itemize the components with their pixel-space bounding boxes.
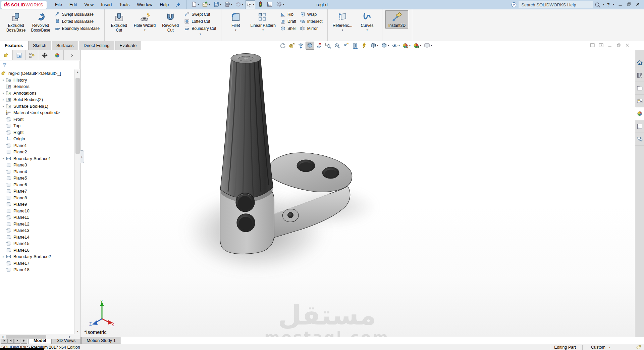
collapse-pane-right-button[interactable] bbox=[599, 43, 604, 48]
qat-undo-button[interactable]: ▾ bbox=[234, 0, 244, 9]
minimize-document-button[interactable] bbox=[607, 43, 612, 48]
headsup-measure-button[interactable] bbox=[287, 42, 296, 50]
tree-horizontal-scrollbar[interactable]: ◀ ▶ bbox=[0, 334, 80, 339]
tab-features[interactable]: Features bbox=[0, 41, 28, 50]
headsup-view-settings-button[interactable]: ▾ bbox=[423, 42, 433, 50]
tree-hscroll-thumb[interactable] bbox=[6, 335, 46, 339]
qat-options-button[interactable]: ▾ bbox=[275, 0, 285, 9]
tree-filter-input[interactable] bbox=[1, 61, 80, 69]
tree-item-material-not-specified[interactable]: Material <not specified> bbox=[0, 109, 80, 116]
doc-tab-motion-study-1[interactable]: Motion Study 1 bbox=[81, 337, 121, 344]
tree-item-surface-bodies-1[interactable]: ▸Surface Bodies(1) bbox=[0, 103, 80, 110]
headsup-view-selector-button[interactable] bbox=[342, 42, 351, 50]
search-dropdown-icon[interactable]: ▾ bbox=[603, 3, 604, 6]
taskpane-view-palette-button[interactable] bbox=[635, 95, 644, 107]
draft-button[interactable]: Draft bbox=[280, 18, 297, 25]
taskpane-file-explorer-button[interactable] bbox=[635, 82, 644, 95]
collapse-pane-left-button[interactable] bbox=[590, 43, 595, 48]
scroll-left-icon[interactable]: ◀ bbox=[0, 336, 5, 338]
fm-tab-property-manager[interactable] bbox=[13, 50, 25, 60]
tree-item-right[interactable]: Right bbox=[0, 129, 80, 136]
headsup-rotate-view-button[interactable] bbox=[351, 42, 360, 50]
tree-item-plane8[interactable]: Plane8 bbox=[0, 195, 80, 201]
linear-pattern-button[interactable]: Linear Pattern▾ bbox=[249, 10, 278, 32]
graphics-viewport[interactable]: Y Z X *Isometric مستقل mostaql.com bbox=[80, 50, 635, 337]
expand-arrow-icon[interactable]: ▸ bbox=[1, 78, 6, 82]
tree-item-boundary-surface2[interactable]: ▸Boundary-Surface2 bbox=[0, 253, 80, 260]
panel-splitter-handle[interactable]: ▸ bbox=[80, 150, 84, 163]
help-dropdown-icon[interactable]: ▾ bbox=[613, 3, 614, 6]
revolved-boss-base-button[interactable]: RevolvedBoss/Base bbox=[29, 10, 52, 33]
qat-select-button[interactable]: ▾ bbox=[245, 0, 255, 9]
tab-direct-editing[interactable]: Direct Editing bbox=[79, 41, 114, 50]
tree-item-sensors[interactable]: Sensors bbox=[0, 83, 80, 90]
tree-root-item[interactable]: regl-d (Default<<Default>_[ bbox=[0, 70, 80, 77]
headsup-view-orientation-button[interactable]: ▾ bbox=[369, 42, 379, 50]
headsup-previous-view-button[interactable] bbox=[278, 42, 287, 50]
boundary-cut-button[interactable]: Boundary Cut bbox=[184, 25, 216, 32]
expand-arrow-icon[interactable]: ▸ bbox=[1, 98, 6, 101]
fm-tab-display-manager[interactable] bbox=[51, 50, 64, 60]
swept-boss-base-button[interactable]: Swept Boss/Base bbox=[55, 11, 100, 18]
part-3d-model[interactable] bbox=[80, 50, 635, 337]
pin-menubar-icon[interactable] bbox=[175, 2, 181, 8]
scroll-down-icon[interactable]: ▼ bbox=[75, 329, 80, 334]
headsup-magnified-selection-button[interactable] bbox=[333, 42, 341, 50]
qat-save-button[interactable]: ▾ bbox=[212, 0, 222, 9]
dropdown-icon[interactable]: ▾ bbox=[253, 3, 254, 6]
search-icon[interactable] bbox=[594, 2, 601, 8]
menu-edit[interactable]: Edit bbox=[66, 0, 80, 9]
tree-item-top[interactable]: Top bbox=[0, 122, 80, 129]
taskpane-design-library-button[interactable] bbox=[635, 69, 644, 82]
dropdown-icon[interactable]: ▾ bbox=[409, 44, 411, 47]
dropdown-icon[interactable]: ▾ bbox=[398, 44, 400, 47]
taskpane-solidworks-forum-button[interactable] bbox=[635, 133, 644, 146]
dropdown-icon[interactable]: ▾ bbox=[144, 29, 146, 32]
tree-item-plane2[interactable]: Plane2 bbox=[0, 149, 80, 155]
expand-arrow-icon[interactable]: ▸ bbox=[1, 104, 6, 108]
scroll-up-icon[interactable]: ▲ bbox=[75, 69, 80, 74]
extruded-boss-base-button[interactable]: ExtrudedBoss/Base bbox=[4, 10, 28, 33]
tree-item-plane10[interactable]: Plane10 bbox=[0, 208, 80, 214]
tree-item-plane5[interactable]: Plane5 bbox=[0, 175, 80, 182]
taskpane-home-button[interactable] bbox=[635, 56, 644, 69]
headsup-display-style-button[interactable]: ▾ bbox=[380, 42, 390, 50]
taskpane-appearances-scenes-button[interactable] bbox=[635, 107, 644, 120]
instant3d-button[interactable]: Instant3D bbox=[385, 10, 408, 29]
dropdown-icon[interactable]: ▾ bbox=[388, 44, 389, 47]
lofted-boss-base-button[interactable]: Lofted Boss/Base bbox=[55, 18, 100, 25]
headsup-hide-show-items-button[interactable]: ▾ bbox=[390, 42, 401, 50]
dropdown-icon[interactable]: ▾ bbox=[184, 33, 216, 36]
help-button[interactable]: ? bbox=[606, 2, 611, 7]
headsup-edit-appearance-button[interactable]: ▾ bbox=[401, 42, 412, 50]
dropdown-icon[interactable]: ▾ bbox=[420, 44, 421, 47]
headsup-zoom-to-fit-button[interactable] bbox=[306, 42, 314, 50]
headsup-zoom-to-area-button[interactable] bbox=[324, 42, 332, 50]
dropdown-icon[interactable]: ▾ bbox=[366, 29, 368, 32]
dropdown-icon[interactable]: ▾ bbox=[235, 29, 236, 32]
tree-item-plane17[interactable]: Plane17 bbox=[0, 260, 80, 267]
reference-geometry-button[interactable]: Referenc...▾ bbox=[331, 10, 355, 32]
tree-item-history[interactable]: ▸History bbox=[0, 77, 80, 84]
close-document-button[interactable] bbox=[625, 43, 630, 48]
menu-help[interactable]: Help bbox=[156, 0, 172, 9]
dropdown-icon[interactable]: ▾ bbox=[377, 44, 378, 47]
headsup-section-view-button[interactable] bbox=[297, 42, 305, 50]
tree-item-annotations[interactable]: ▸Annotations bbox=[0, 90, 80, 97]
dropdown-icon[interactable]: ▾ bbox=[283, 3, 284, 6]
fm-tab-design-tree[interactable] bbox=[0, 50, 13, 60]
dropdown-icon[interactable]: ▾ bbox=[209, 3, 210, 6]
tree-item-plane18[interactable]: Plane18 bbox=[0, 266, 80, 273]
headsup-clipping-plane-button[interactable] bbox=[315, 42, 323, 50]
menu-view[interactable]: View bbox=[80, 0, 97, 9]
dropdown-icon[interactable]: ▾ bbox=[220, 3, 221, 6]
dropdown-icon[interactable]: ▾ bbox=[198, 3, 199, 6]
tree-item-plane14[interactable]: Plane14 bbox=[0, 234, 80, 241]
tab-evaluate[interactable]: Evaluate bbox=[115, 41, 142, 50]
headsup-dynamic-annotation-views-button[interactable] bbox=[360, 42, 369, 50]
curves-button[interactable]: Curves▾ bbox=[356, 10, 378, 32]
tree-item-plane3[interactable]: Plane3 bbox=[0, 162, 80, 168]
rib-button[interactable]: Rib bbox=[280, 11, 297, 18]
qat-new-document-button[interactable]: ▾ bbox=[190, 0, 200, 9]
menu-insert[interactable]: Insert bbox=[97, 0, 116, 9]
